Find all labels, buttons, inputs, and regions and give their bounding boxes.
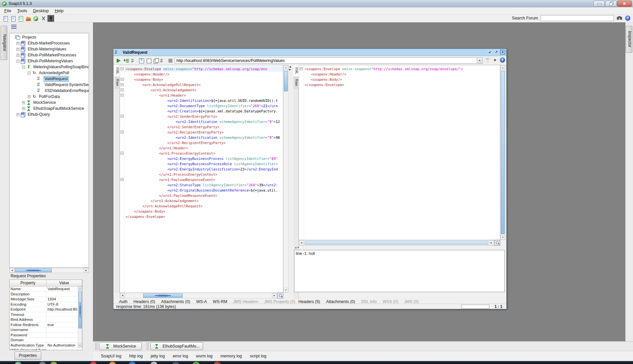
response-tab-raw[interactable]: Raw bbox=[293, 77, 299, 88]
scroll-right-icon[interactable] bbox=[272, 293, 277, 298]
request-tab-raw[interactable]: Raw bbox=[114, 77, 120, 88]
scroll-left-icon[interactable] bbox=[120, 293, 125, 298]
taskbar-app-icon[interactable] bbox=[109, 362, 116, 364]
taskbar-app-icon[interactable] bbox=[90, 362, 97, 364]
tree-item-meteringvaluespollingsoapbinding[interactable]: MeteringValuesPollingSoapBinding bbox=[10, 64, 89, 70]
pane-splitter[interactable] bbox=[288, 65, 293, 298]
expand-icon[interactable] bbox=[16, 54, 19, 57]
tree-item-validrequest[interactable]: ValidRequest bbox=[10, 76, 89, 82]
prop-value[interactable]: http://localhost:80... bbox=[46, 307, 82, 312]
save-all-projects-icon[interactable] bbox=[17, 15, 24, 22]
endpoint-dropdown-icon[interactable] bbox=[477, 58, 482, 63]
collapse-right-icon[interactable] bbox=[289, 68, 291, 71]
response-tab-attachments-0[interactable]: Attachments (0) bbox=[323, 299, 358, 304]
xml-line[interactable]: <urn2:OriginalBusinessDocumentReference>… bbox=[120, 188, 283, 193]
tree-item-elhub-pollmarketprocesses[interactable]: Elhub-PollMarketProcesses bbox=[10, 52, 89, 58]
xml-line[interactable]: <urn:AcknowledgePollRequest> bbox=[120, 82, 283, 87]
collapse-down-icon[interactable] bbox=[297, 246, 299, 249]
scroll-thumb[interactable] bbox=[143, 293, 183, 298]
frame-minimize-icon[interactable] bbox=[488, 50, 493, 54]
xml-line[interactable]: <soapenv:Body> bbox=[120, 77, 283, 82]
xml-line[interactable]: </urn2:RecipientEnergyParty> bbox=[120, 140, 283, 145]
preferences-icon[interactable] bbox=[40, 15, 46, 22]
tree-item-elhub-marketprocesses[interactable]: Elhub-MarketProcesses bbox=[10, 40, 89, 46]
recreate-request-icon[interactable] bbox=[138, 58, 144, 64]
scroll-down-icon[interactable] bbox=[284, 288, 288, 292]
response-xml-editor[interactable]: <soapenv:Envelope xmlns:soapenv="http://… bbox=[299, 65, 500, 240]
prop-value[interactable] bbox=[46, 292, 82, 297]
expand-icon[interactable] bbox=[22, 101, 25, 104]
collapse-icon[interactable] bbox=[22, 66, 25, 69]
xml-line[interactable]: <urn2:Identification schemeAgencyIdentif… bbox=[120, 119, 283, 124]
fold-collapse-icon[interactable] bbox=[121, 88, 124, 91]
request-vscrollbar[interactable] bbox=[283, 65, 288, 293]
close-button[interactable] bbox=[617, 1, 632, 7]
xml-line[interactable]: </soapenv:Envelope> bbox=[299, 82, 500, 87]
create-empty-request-icon[interactable] bbox=[160, 58, 166, 64]
xml-line[interactable]: <soapenv:Body/> bbox=[299, 77, 500, 82]
fold-collapse-icon[interactable] bbox=[300, 67, 303, 70]
log-tab-soapui-log[interactable]: SoapUI log bbox=[97, 354, 125, 358]
xml-line[interactable]: <urn2:DocumentType listAgencyIdentifier=… bbox=[120, 103, 283, 108]
fold-collapse-icon[interactable] bbox=[121, 67, 124, 70]
search-forum-input[interactable] bbox=[541, 15, 614, 21]
frame-close-icon[interactable] bbox=[500, 50, 505, 54]
fold-collapse-icon[interactable] bbox=[121, 131, 124, 134]
taskbar-app-icon[interactable] bbox=[172, 362, 179, 364]
tree-item-elhubsoapfaultmockservice[interactable]: ElhubSoapFaultMockService bbox=[10, 106, 89, 111]
xml-line[interactable]: <urn2:StatusType listAgencyIdentifier="2… bbox=[120, 182, 283, 188]
taskbar-app-icon[interactable] bbox=[129, 362, 136, 364]
prop-value[interactable] bbox=[46, 312, 82, 317]
expand-icon[interactable] bbox=[28, 95, 31, 98]
scroll-left-icon[interactable] bbox=[299, 240, 304, 245]
scroll-up-icon[interactable] bbox=[284, 65, 288, 70]
taskbar-app-icon[interactable] bbox=[193, 362, 200, 364]
property-column-header[interactable]: Property bbox=[10, 280, 46, 286]
response-tab-xml[interactable]: XML bbox=[293, 65, 299, 77]
inspector-tab[interactable]: Inspector bbox=[626, 26, 632, 53]
prop-value[interactable]: true bbox=[46, 322, 82, 327]
menu-file[interactable]: File bbox=[1, 8, 14, 14]
xml-line[interactable]: <urn2:RecipientEnergyParty> bbox=[120, 130, 283, 135]
scroll-thumb[interactable] bbox=[15, 268, 52, 272]
response-vscrollbar[interactable] bbox=[500, 65, 505, 240]
xml-line[interactable]: </soapenv:Envelope> bbox=[120, 214, 283, 219]
tree-item-projects[interactable]: Projects bbox=[10, 34, 89, 40]
tree-item-elhub-query[interactable]: Elhub-Query bbox=[10, 111, 89, 117]
log-tab-jetty-log[interactable]: jetty log bbox=[147, 354, 169, 358]
collapse-left-icon[interactable] bbox=[289, 66, 291, 68]
add-to-testcase-icon[interactable] bbox=[123, 58, 129, 64]
xml-line[interactable]: </soapenv:Body> bbox=[120, 209, 283, 214]
scroll-thumb[interactable] bbox=[284, 71, 288, 91]
prop-value[interactable]: ValidRequest bbox=[46, 287, 82, 291]
xml-line[interactable]: </urn1:Acknowledgement> bbox=[120, 198, 283, 203]
new-workspace-icon[interactable] bbox=[2, 15, 9, 22]
prop-value[interactable] bbox=[46, 348, 82, 350]
fold-collapse-icon[interactable] bbox=[121, 115, 124, 118]
taskbar-app-icon[interactable] bbox=[150, 362, 158, 364]
drag-grip[interactable] bbox=[146, 342, 149, 350]
xml-line[interactable]: <urn2:EnergyBusinessProcess listAgencyId… bbox=[120, 156, 283, 161]
scroll-thumb[interactable] bbox=[305, 241, 488, 245]
properties-footer-tab[interactable]: Properties bbox=[15, 351, 41, 360]
request-magnifier-icon[interactable] bbox=[278, 293, 283, 298]
xml-line[interactable]: </urn:AcknowledgePollRequest> bbox=[120, 203, 283, 209]
collapse-up-icon[interactable] bbox=[295, 246, 297, 249]
value-column-header[interactable]: Value bbox=[46, 280, 82, 286]
tree-item-validrequest-system-securi[interactable]: ValidRequest-System/Securi bbox=[10, 82, 89, 88]
search-icon[interactable] bbox=[617, 16, 622, 20]
log-tab-memory-log[interactable]: memory log bbox=[217, 354, 246, 358]
response-tab-headers-5[interactable]: Headers (5) bbox=[295, 299, 323, 304]
xml-line[interactable]: </urn2:SenderEnergyParty> bbox=[120, 124, 283, 130]
scroll-thumb[interactable] bbox=[501, 71, 505, 234]
request-window-titlebar[interactable]: ValidRequest bbox=[113, 49, 506, 56]
start-orb[interactable] bbox=[15, 362, 22, 364]
minimized-window-button[interactable]: ElhubSoapFaultMo... bbox=[150, 342, 203, 350]
request-tab-ws-rm[interactable]: WS-RM bbox=[210, 299, 230, 304]
endpoint-url-input[interactable] bbox=[175, 58, 477, 63]
response-magnifier-icon[interactable] bbox=[495, 240, 500, 246]
xml-line[interactable]: <urn1:PayloadResponseEvent> bbox=[120, 177, 283, 182]
xml-line[interactable]: <urn2:Creation>${=javax.xml.datatype.Dat… bbox=[120, 108, 283, 114]
fold-collapse-icon[interactable] bbox=[121, 178, 124, 181]
tree-item-pollfordata[interactable]: PollForData bbox=[10, 94, 89, 100]
